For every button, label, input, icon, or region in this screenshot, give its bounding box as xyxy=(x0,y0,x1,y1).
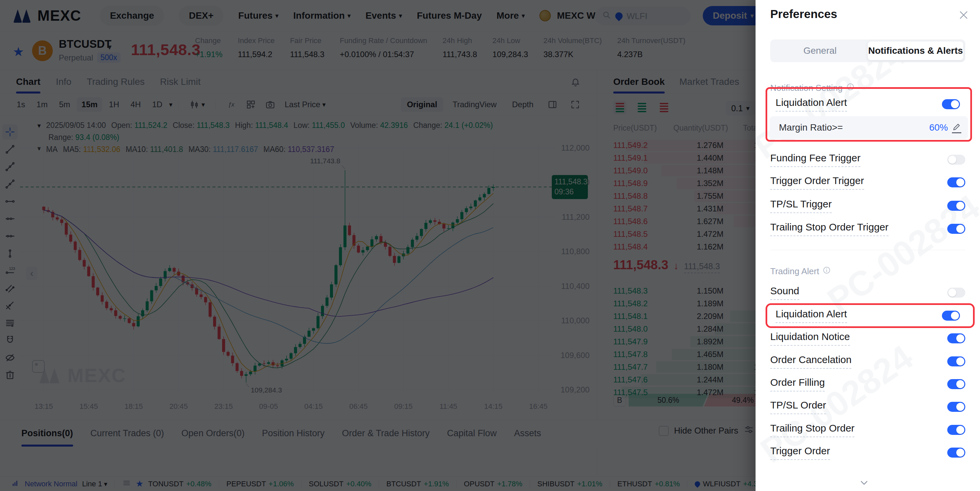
toggle-switch[interactable] xyxy=(947,201,965,211)
setting-label: Liquidation Alert xyxy=(776,308,847,323)
setting-row-trigger-order: Trigger Order xyxy=(770,441,965,464)
toggle-switch[interactable] xyxy=(947,402,965,412)
toggle-knob xyxy=(956,380,964,388)
toggle-switch[interactable] xyxy=(947,177,965,188)
toggle-knob xyxy=(948,156,956,164)
margin-ratio-row: Margin Ratio>=60% xyxy=(770,116,968,139)
pref-tab-notifications-alerts[interactable]: Notifications & Alerts xyxy=(868,41,963,60)
margin-ratio-label: Margin Ratio>= xyxy=(779,122,843,133)
modal-dim-overlay[interactable] xyxy=(0,0,756,491)
setting-row-liquidation-alert: Liquidation Alert xyxy=(776,93,960,116)
toggle-knob xyxy=(951,100,959,108)
margin-ratio-percent: 60% xyxy=(929,122,948,133)
preferences-panel: PC-002824 PC-002824 PC-002824 Preference… xyxy=(756,0,980,491)
setting-label: Order Cancelation xyxy=(770,354,851,369)
section-header-label: Trading Alert xyxy=(770,266,819,276)
setting-label: Liquidation Alert xyxy=(776,97,847,111)
toggle-knob xyxy=(956,426,964,434)
info-icon xyxy=(822,266,831,277)
setting-label: Liquidation Notice xyxy=(770,331,850,346)
toggle-switch[interactable] xyxy=(947,333,965,343)
toggle-switch[interactable] xyxy=(947,155,965,165)
setting-row-trailing-stop-order: Trailing Stop Order xyxy=(770,418,965,441)
setting-label: Sound xyxy=(770,285,799,300)
divider xyxy=(770,250,965,250)
preferences-tabs: GeneralNotifications & Alerts xyxy=(770,40,965,62)
toggle-knob xyxy=(956,225,964,233)
setting-label: Trigger Order xyxy=(770,445,830,460)
toggle-knob xyxy=(956,448,964,457)
toggle-switch[interactable] xyxy=(947,224,965,234)
toggle-knob xyxy=(948,289,956,297)
scroll-more-chevron-icon[interactable] xyxy=(858,477,870,489)
setting-label: Trailing Stop Order Trigger xyxy=(770,221,888,236)
toggle-knob xyxy=(956,358,964,365)
toggle-switch[interactable] xyxy=(947,356,965,366)
setting-row-liquidation-alert: Liquidation Alert xyxy=(776,304,960,327)
setting-row-order-cancelation: Order Cancelation xyxy=(770,350,965,373)
setting-label: TP/SL Order xyxy=(770,399,826,414)
setting-label: Trailing Stop Order xyxy=(770,423,854,437)
setting-row-tp-sl-trigger: TP/SL Trigger xyxy=(770,194,965,217)
setting-row-sound: Sound xyxy=(770,281,965,304)
edit-pencil-icon[interactable] xyxy=(952,122,961,133)
toggle-switch[interactable] xyxy=(942,311,960,321)
mexc-futures-app: MEXC ExchangeDEX+Futures▾Information▾Eve… xyxy=(0,0,980,491)
toggle-knob xyxy=(956,202,964,210)
setting-row-tp-sl-order: TP/SL Order xyxy=(770,396,965,418)
toggle-switch[interactable] xyxy=(947,425,965,435)
toggle-switch[interactable] xyxy=(947,448,965,458)
setting-row-trailing-stop-order-trigger: Trailing Stop Order Trigger xyxy=(770,218,965,240)
toggle-switch[interactable] xyxy=(947,288,965,298)
setting-row-funding-fee-trigger: Funding Fee Trigger xyxy=(770,148,965,171)
preferences-title: Preferences xyxy=(770,7,837,21)
setting-label: Order Filling xyxy=(770,377,825,391)
setting-row-trigger-order-trigger: Trigger Order Trigger xyxy=(770,171,965,194)
pref-tab-general[interactable]: General xyxy=(772,41,868,60)
close-icon[interactable] xyxy=(958,10,969,22)
setting-label: TP/SL Trigger xyxy=(770,199,832,213)
trading-alert-header: Trading Alert xyxy=(770,266,831,277)
setting-label: Trigger Order Trigger xyxy=(770,175,864,190)
toggle-knob xyxy=(956,178,964,186)
setting-row-order-filling: Order Filling xyxy=(770,373,965,396)
margin-ratio-value[interactable]: 60% xyxy=(929,122,961,133)
setting-label: Funding Fee Trigger xyxy=(770,152,861,167)
toggle-switch[interactable] xyxy=(942,99,960,109)
setting-row-liquidation-notice: Liquidation Notice xyxy=(770,327,965,350)
toggle-knob xyxy=(956,334,964,342)
toggle-knob xyxy=(956,403,964,411)
toggle-knob xyxy=(951,311,959,319)
toggle-switch[interactable] xyxy=(947,379,965,389)
